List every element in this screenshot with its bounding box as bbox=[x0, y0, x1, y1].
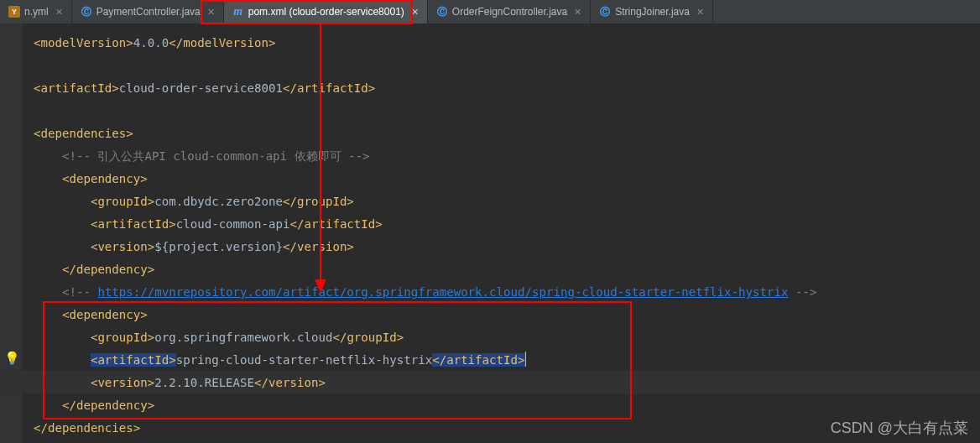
maven-icon: m bbox=[232, 6, 244, 18]
tab-label: n.yml bbox=[24, 6, 49, 18]
close-icon[interactable]: ✕ bbox=[207, 7, 215, 18]
java-class-icon: Ⓒ bbox=[81, 6, 92, 18]
yaml-icon: Y bbox=[8, 6, 20, 18]
code-editor[interactable]: 💡 <modelVersion>4.0.0</modelVersion> <ar… bbox=[0, 23, 980, 443]
caret bbox=[525, 352, 526, 367]
close-icon[interactable]: ✕ bbox=[55, 7, 63, 18]
editor-tabbar: Y n.yml ✕ Ⓒ PaymentController.java ✕ m p… bbox=[0, 0, 980, 24]
tab-yml[interactable]: Y n.yml ✕ bbox=[0, 0, 72, 23]
tab-order-feign-controller[interactable]: Ⓒ OrderFeignController.java ✕ bbox=[428, 0, 591, 23]
tab-string-joiner[interactable]: Ⓒ StringJoiner.java ✕ bbox=[591, 0, 713, 23]
tab-label: pom.xml (cloud-order-service8001) bbox=[248, 6, 404, 18]
java-class-icon: Ⓒ bbox=[599, 6, 611, 18]
tab-pom-xml[interactable]: m pom.xml (cloud-order-service8001) ✕ bbox=[224, 0, 428, 23]
close-icon[interactable]: ✕ bbox=[696, 7, 704, 18]
tab-label: OrderFeignController.java bbox=[452, 6, 567, 18]
close-icon[interactable]: ✕ bbox=[411, 7, 419, 18]
java-class-icon: Ⓒ bbox=[436, 6, 448, 18]
intention-bulb-icon[interactable]: 💡 bbox=[4, 347, 20, 370]
close-icon[interactable]: ✕ bbox=[574, 7, 581, 18]
tab-label: PaymentController.java bbox=[96, 6, 201, 18]
code-content: <modelVersion>4.0.0</modelVersion> <arti… bbox=[34, 32, 980, 440]
tab-payment-controller[interactable]: Ⓒ PaymentController.java ✕ bbox=[72, 0, 224, 23]
mvn-repo-link[interactable]: https://mvnrepository.com/artifact/org.s… bbox=[97, 285, 788, 299]
ide-window: Y n.yml ✕ Ⓒ PaymentController.java ✕ m p… bbox=[0, 0, 980, 443]
tab-label: StringJoiner.java bbox=[615, 6, 690, 18]
